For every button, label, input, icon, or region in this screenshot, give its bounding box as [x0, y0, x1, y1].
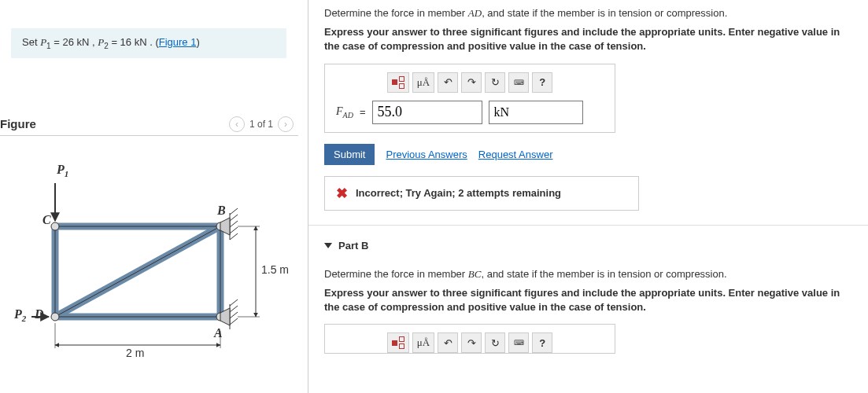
- svg-line-18: [230, 221, 238, 227]
- svg-line-24: [230, 318, 238, 325]
- label-P1: P1: [57, 163, 68, 178]
- svg-line-21: [230, 299, 238, 306]
- partB-instructions: Express your answer to three significant…: [324, 286, 852, 314]
- partA-prompt: Determine the force in member AD, and st…: [324, 6, 852, 20]
- incorrect-icon: ✖: [336, 185, 348, 202]
- template-button[interactable]: [387, 72, 409, 93]
- mu-angstrom-button-b[interactable]: μÅ: [412, 332, 434, 353]
- figure-header: Figure ‹ 1 of 1 ›: [0, 113, 298, 136]
- svg-point-10: [51, 222, 59, 230]
- partA-instructions: Express your answer to three significant…: [324, 25, 852, 53]
- request-answer-link[interactable]: Request Answer: [478, 149, 553, 160]
- label-B: B: [217, 204, 226, 218]
- p1-var: P: [40, 36, 46, 48]
- dim-h: 1.5 m: [261, 263, 289, 276]
- pager-text: 1 of 1: [249, 119, 273, 130]
- partB-header[interactable]: Part B: [324, 240, 852, 252]
- help-button-b[interactable]: ?: [532, 332, 552, 353]
- answer-box-A: μÅ ↶ ↷ ↻ ⌨ ? FAD =: [324, 64, 615, 133]
- figure-pager: ‹ 1 of 1 ›: [229, 116, 294, 132]
- label-D: D: [35, 307, 44, 321]
- link-close: ): [196, 36, 199, 48]
- given-tail: .: [147, 36, 156, 48]
- answer-box-B: μÅ ↶ ↷ ↻ ⌨ ?: [324, 324, 615, 354]
- p1-val: = 26 kN: [51, 36, 90, 48]
- reset-button[interactable]: ↻: [485, 72, 505, 93]
- keyboard-button-b[interactable]: ⌨: [508, 332, 529, 353]
- partB-prompt: Determine the force in member BC, and st…: [324, 267, 852, 281]
- collapse-icon: [324, 243, 332, 248]
- previous-answers-link[interactable]: Previous Answers: [386, 149, 467, 160]
- label-C: C: [42, 213, 51, 227]
- dim-w: 2 m: [126, 347, 144, 359]
- prev-figure-button[interactable]: ‹: [229, 116, 245, 132]
- svg-line-19: [230, 227, 238, 233]
- svg-point-12: [51, 313, 59, 321]
- feedback-box: ✖ Incorrect; Try Again; 2 attempts remai…: [324, 176, 639, 211]
- figure-link[interactable]: Figure 1: [159, 36, 197, 48]
- lhs-label: FAD: [336, 105, 353, 119]
- svg-line-20: [230, 233, 238, 240]
- figure-title: Figure: [0, 117, 36, 130]
- redo-button-b[interactable]: ↷: [461, 332, 482, 353]
- separator: [308, 225, 868, 226]
- submit-button[interactable]: Submit: [324, 144, 375, 165]
- mu-angstrom-button[interactable]: μÅ: [412, 72, 434, 93]
- redo-button[interactable]: ↷: [461, 72, 482, 93]
- undo-button-b[interactable]: ↶: [438, 332, 458, 353]
- eq-sign: =: [360, 106, 366, 118]
- svg-line-17: [230, 215, 238, 221]
- unit-input[interactable]: [489, 101, 583, 124]
- template-button-b[interactable]: [387, 332, 409, 353]
- reset-button-b[interactable]: ↻: [485, 332, 505, 353]
- given-values-box: Set P1 = 26 kN , P2 = 16 kN . (Figure 1): [11, 28, 286, 58]
- label-P2: P2: [14, 307, 26, 323]
- feedback-text: Incorrect; Try Again; 2 attempts remaini…: [356, 187, 561, 199]
- given-sep: ,: [89, 36, 98, 48]
- keyboard-button[interactable]: ⌨: [508, 72, 529, 93]
- undo-button[interactable]: ↶: [438, 72, 458, 93]
- label-A: A: [214, 326, 223, 340]
- svg-line-16: [230, 208, 238, 215]
- given-text: Set: [22, 36, 40, 48]
- truss-figure: P1 P2 C B D A 1.5 m 2 m: [31, 152, 315, 356]
- next-figure-button[interactable]: ›: [278, 116, 294, 132]
- help-button[interactable]: ?: [532, 72, 552, 93]
- svg-line-8: [55, 226, 220, 317]
- value-input[interactable]: [372, 101, 482, 124]
- svg-line-23: [230, 312, 238, 318]
- p2-val: = 16 kN: [109, 36, 147, 48]
- svg-line-22: [230, 306, 238, 312]
